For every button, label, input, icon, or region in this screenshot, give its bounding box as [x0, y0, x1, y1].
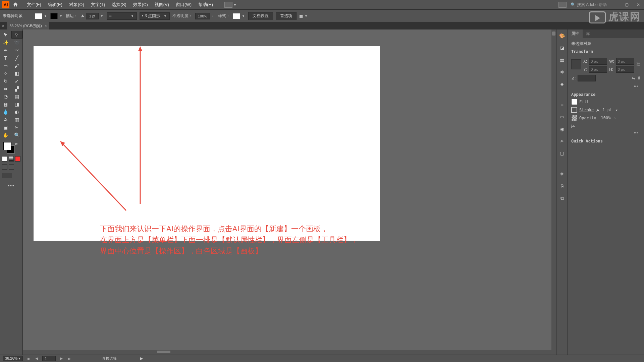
swatches-panel-icon[interactable]: ▦ [558, 56, 566, 64]
perspective-tool[interactable]: ▤ [11, 93, 23, 100]
appearance-panel-icon[interactable]: ☀ [558, 137, 566, 145]
draw-behind-icon[interactable] [9, 156, 14, 162]
color-guide-panel-icon[interactable]: ◪ [558, 44, 566, 52]
shape-builder-tool[interactable]: ◔ [0, 93, 11, 100]
stroke-panel-icon[interactable]: ≡ [558, 101, 566, 109]
transform-h-input[interactable] [616, 66, 634, 73]
gradient-panel-icon[interactable]: ▭ [558, 113, 566, 121]
rotate-tool[interactable]: ↻ [0, 77, 11, 85]
opacity-swatch[interactable] [571, 115, 577, 121]
opacity-input[interactable]: › [195, 13, 215, 19]
zoom-tool[interactable]: 🔍 [11, 131, 23, 139]
free-transform-tool[interactable]: ▞ [11, 85, 23, 93]
tab-prev-close[interactable]: × [2, 24, 4, 28]
eyedropper-tool[interactable]: 💧 [0, 108, 11, 116]
menu-view[interactable]: 视图(V) [151, 2, 172, 8]
gradient-tool[interactable]: ◨ [11, 100, 23, 108]
pen-tool[interactable]: ✒ [0, 46, 11, 54]
fill-swatch[interactable]: ▾ [35, 13, 48, 19]
canvas[interactable]: 下面我们来认识一下AI的操作界面，点击AI界面的【新建】一个画板， 在界面上方是… [23, 29, 556, 355]
width-tool[interactable]: ⬌ [0, 85, 11, 93]
lasso-tool[interactable]: ➰ [11, 39, 23, 46]
slice-tool[interactable]: ✂ [11, 123, 23, 131]
brushes-panel-icon[interactable]: ✲ [558, 68, 566, 76]
color-panel-icon[interactable]: 🎨 [558, 32, 566, 40]
tab-properties[interactable]: 属性 [568, 29, 583, 38]
column-graph-tool[interactable]: ▥ [11, 116, 23, 123]
eraser-tool[interactable]: ◧ [11, 69, 23, 77]
stroke-swatch[interactable]: ▾ [50, 13, 63, 19]
screen-mode-2-icon[interactable] [9, 164, 14, 170]
symbols-panel-icon[interactable]: ♣ [558, 80, 566, 88]
curvature-tool[interactable]: 〰 [11, 46, 23, 54]
stroke-color-swatch[interactable] [571, 107, 577, 113]
menu-type[interactable]: 文字(T) [88, 2, 109, 8]
symbol-sprayer-tool[interactable]: ✲ [0, 116, 11, 123]
asset-export-panel-icon[interactable]: ⎘ [558, 182, 566, 190]
transform-w-input[interactable] [616, 58, 634, 65]
prev-artboard-icon[interactable]: ◀ [34, 356, 39, 361]
transform-x-input[interactable] [589, 58, 607, 65]
menu-effect[interactable]: 效果(C) [130, 2, 151, 8]
blend-tool[interactable]: ◐ [11, 108, 23, 116]
document-tab[interactable]: 36.26% (RGB/预览) × [7, 22, 49, 29]
maximize-icon[interactable]: ▢ [623, 2, 631, 7]
fill-stroke-swatch[interactable]: ⇄ [3, 142, 15, 154]
next-artboard-icon[interactable]: ▶ [59, 356, 64, 361]
transform-y-input[interactable] [589, 66, 607, 73]
draw-inside-icon[interactable] [15, 156, 20, 162]
horizontal-scrollbar[interactable] [23, 350, 556, 355]
preferences-button[interactable]: 首选项 [276, 12, 297, 20]
artboards-panel-icon[interactable]: ⧉ [558, 194, 566, 202]
swap-colors-icon[interactable]: ⇄ [15, 142, 17, 146]
opacity-expand-icon[interactable]: › [612, 116, 617, 120]
menu-file[interactable]: 文件(F) [23, 2, 45, 8]
first-artboard-icon[interactable]: ⏮ [26, 357, 31, 361]
chevron-down-icon[interactable]: ▾ [232, 2, 237, 7]
last-artboard-icon[interactable]: ⏭ [67, 357, 72, 361]
arrange-documents-icon[interactable] [558, 2, 567, 8]
reference-point-icon[interactable] [571, 59, 581, 69]
transform-more-icon[interactable]: ••• [571, 83, 641, 89]
artboard[interactable]: 下面我们来认识一下AI的操作界面，点击AI界面的【新建】一个画板， 在界面上方是… [34, 46, 380, 241]
style-swatch[interactable]: ▾ [233, 13, 246, 19]
rectangle-tool[interactable]: ▭ [0, 62, 11, 69]
selection-tool[interactable] [0, 31, 11, 39]
scale-tool[interactable]: ⤢ [11, 77, 23, 85]
transparency-panel-icon[interactable]: ◉ [558, 125, 566, 133]
artboard-tool[interactable]: ▣ [0, 123, 11, 131]
menu-window[interactable]: 窗口(W) [172, 2, 195, 8]
menu-help[interactable]: 帮助(H) [195, 2, 216, 8]
stroke-width-input[interactable]: ⮝▾ [80, 13, 104, 19]
tab-library[interactable]: 库 [583, 29, 593, 38]
variable-width-profile[interactable]: ━▾ [107, 12, 137, 20]
home-icon[interactable] [12, 1, 19, 8]
minimize-icon[interactable]: — [611, 2, 619, 7]
status-expand-icon[interactable]: ▶ [140, 356, 143, 361]
fill-color-swatch[interactable] [571, 99, 577, 105]
zoom-select[interactable]: 36.26% ▾ [3, 356, 23, 361]
transform-angle-input[interactable] [578, 75, 596, 81]
change-screen-mode[interactable] [2, 173, 12, 178]
flip-h-icon[interactable]: ⇋ [632, 76, 635, 80]
type-tool[interactable]: T [0, 54, 11, 62]
draw-normal-icon[interactable] [2, 156, 7, 162]
edit-toolbar-icon[interactable]: ••• [2, 183, 20, 188]
workspace-switcher[interactable] [224, 2, 232, 8]
fx-label[interactable]: fx. [571, 123, 575, 128]
menu-select[interactable]: 选择(S) [108, 2, 129, 8]
close-icon[interactable]: ✕ [635, 2, 642, 7]
menu-object[interactable]: 对象(O) [66, 2, 88, 8]
mesh-tool[interactable]: ▦ [0, 100, 11, 108]
document-setup-button[interactable]: 文档设置 [248, 12, 273, 20]
align-to-icon[interactable]: ▦▾ [299, 14, 308, 18]
brush-select[interactable]: •3 点圆形▾ [140, 12, 170, 20]
link-wh-icon[interactable]: ⛓ [636, 62, 640, 67]
tab-close-icon[interactable]: × [45, 24, 47, 28]
chevron-down-icon[interactable]: ▾ [614, 108, 619, 112]
search-input[interactable]: 🔍 搜索 Adobe 帮助 [571, 2, 607, 8]
stroke-stepper-icon[interactable]: ⮝ [596, 108, 600, 112]
screen-mode-icon[interactable] [2, 164, 7, 170]
appearance-more-icon[interactable]: ••• [571, 130, 641, 136]
artboard-number-input[interactable]: 1 [42, 356, 56, 361]
